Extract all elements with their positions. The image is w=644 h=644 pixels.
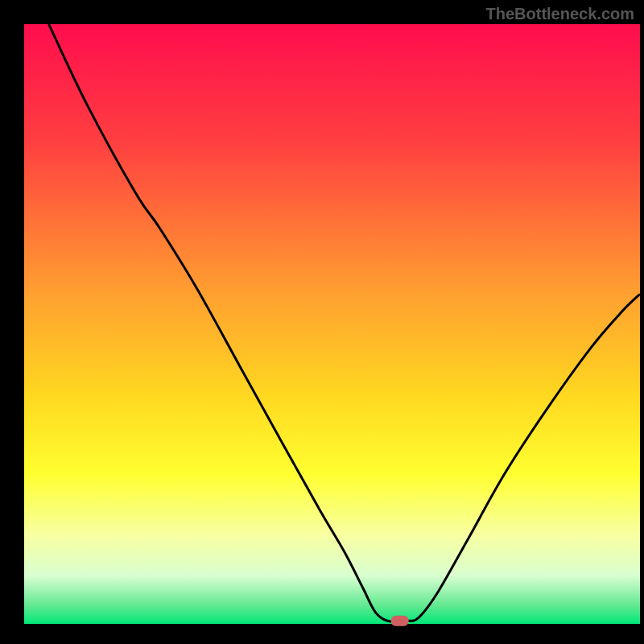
bottleneck-chart: TheBottleneck.com [0, 0, 644, 644]
watermark-text: TheBottleneck.com [486, 5, 634, 23]
optimal-point-marker [391, 616, 409, 626]
chart-gradient-bg [24, 24, 640, 624]
chart-canvas [0, 0, 644, 644]
